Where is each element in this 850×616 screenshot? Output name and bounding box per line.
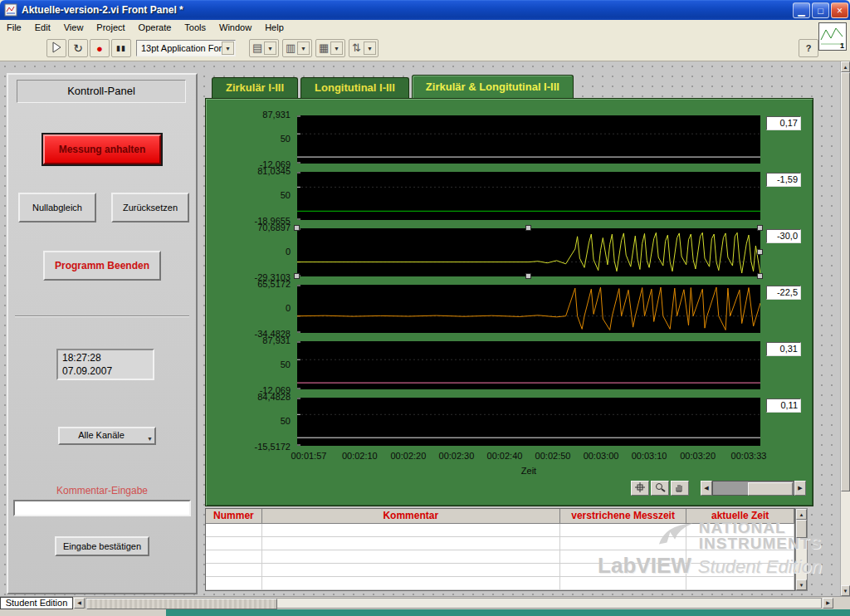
menu-item-edit[interactable]: Edit (28, 20, 57, 37)
menu-item-operate[interactable]: Operate (132, 20, 178, 37)
comment-table: NummerKommentarverstrichene Messzeitaktu… (205, 508, 795, 591)
table-row[interactable] (206, 537, 794, 550)
zoom-tool-button[interactable] (651, 481, 669, 496)
abort-button[interactable]: ● (90, 39, 110, 57)
labview-window: Aktuelle-version-2.vi Front Panel * ▁ □ … (0, 0, 850, 616)
waveform-plot[interactable] (297, 398, 760, 446)
table-cell[interactable] (262, 550, 560, 564)
exit-program-button[interactable]: Programm Beenden (43, 251, 161, 281)
scroll-up-button[interactable]: ▲ (841, 61, 850, 72)
graph-scrollbar: ◀ ▶ (701, 481, 806, 496)
table-row[interactable] (206, 524, 794, 537)
resize-objects-dropdown[interactable]: ▦ ▼ (315, 39, 345, 57)
table-cell[interactable] (262, 537, 560, 550)
chart-row-3: 70,68970-29,3103-30,0 (206, 228, 813, 276)
waveform-plot[interactable] (297, 172, 760, 220)
table-row[interactable] (206, 550, 794, 564)
stop-measurement-button[interactable]: Messung anhalten (43, 134, 161, 164)
close-button[interactable]: × (831, 2, 848, 18)
table-cell[interactable] (206, 564, 262, 577)
pause-button[interactable]: ▮▮ (111, 39, 131, 57)
cursor-handle[interactable] (757, 273, 763, 279)
table-cell[interactable] (560, 577, 687, 590)
waveform-plot[interactable] (297, 341, 760, 389)
table-cell[interactable] (686, 564, 794, 577)
maximize-button[interactable]: □ (812, 2, 829, 18)
tab-2[interactable]: Longitutinal I-III (300, 77, 409, 98)
align-objects-dropdown[interactable]: ▤ ▼ (249, 39, 279, 57)
table-scrollbar-thumb[interactable] (796, 520, 807, 538)
waveform-plot[interactable] (297, 115, 760, 164)
cursor-handle[interactable] (757, 249, 763, 255)
y-tick: 81,0345 (208, 166, 291, 176)
menu-item-help[interactable]: Help (258, 20, 291, 37)
run-button[interactable] (46, 39, 66, 57)
reset-button[interactable]: Zurücksetzen (111, 193, 189, 222)
table-cell[interactable] (206, 537, 262, 550)
table-cell[interactable] (206, 524, 262, 537)
table-row[interactable] (206, 564, 794, 577)
font-selector[interactable]: 13pt Application Font ▼ (136, 40, 236, 56)
table-cell[interactable] (560, 550, 687, 564)
graph-scrollbar-track[interactable] (712, 481, 794, 496)
table-cell[interactable] (560, 524, 687, 537)
cursor-handle[interactable] (294, 273, 300, 279)
channel-selector[interactable]: Alle Kanäle ▼ (58, 427, 156, 445)
table-cell[interactable] (206, 550, 262, 564)
table-cell[interactable] (686, 537, 794, 550)
table-cell[interactable] (560, 537, 687, 550)
table-cell[interactable] (206, 577, 262, 590)
cursor-handle[interactable] (525, 225, 531, 231)
vi-icon[interactable]: 1 (818, 22, 847, 51)
run-continuous-button[interactable]: ↻ (68, 39, 88, 57)
distribute-objects-dropdown[interactable]: ▥ ▼ (282, 39, 312, 57)
cursor-handle[interactable] (525, 273, 531, 279)
minimize-button[interactable]: ▁ (793, 2, 810, 18)
reorder-icon: ⇅ (352, 42, 361, 54)
table-cell[interactable] (686, 550, 794, 564)
comment-input[interactable] (13, 500, 191, 516)
menu-item-window[interactable]: Window (212, 20, 258, 37)
cursor-tool-button[interactable] (631, 481, 649, 496)
table-cell[interactable] (686, 577, 794, 590)
cursor-handle[interactable] (294, 225, 300, 231)
pan-tool-button[interactable] (671, 481, 689, 496)
table-cell[interactable] (560, 564, 687, 577)
toolbar: ↻ ● ▮▮ 13pt Application Font ▼ ▤ ▼ ▥ ▼ ▦… (0, 37, 850, 61)
zero-adjust-button[interactable]: Nullabgleich (18, 193, 96, 222)
waveform-plot[interactable] (297, 285, 760, 333)
x-tick: 00:03:33 (731, 451, 767, 461)
table-cell[interactable] (262, 564, 560, 577)
menu-bar: FileEditViewProjectOperateToolsWindowHel… (0, 20, 850, 37)
edition-tab[interactable]: Student Edition (0, 597, 73, 609)
menu-item-view[interactable]: View (57, 20, 90, 37)
cursor-handle[interactable] (757, 225, 763, 231)
table-cell[interactable] (686, 524, 794, 537)
table-row[interactable] (206, 577, 794, 590)
waveform-plot[interactable] (297, 228, 760, 276)
help-button[interactable]: ? (799, 39, 818, 57)
scroll-left-button[interactable]: ◀ (701, 481, 712, 496)
control-panel: Kontroll-Panel Messung anhalten Nullabgl… (7, 73, 198, 594)
menu-item-project[interactable]: Project (90, 20, 131, 37)
horizontal-scrollbar-thumb[interactable] (86, 599, 277, 609)
chart-row-1: 87,93150-12,0690,17 (206, 115, 813, 164)
vertical-scrollbar-thumb[interactable] (841, 72, 850, 491)
tab-3[interactable]: Zirkulär & Longitutinal I-III (412, 75, 574, 98)
scroll-up-button[interactable]: ▲ (796, 509, 807, 520)
reorder-dropdown[interactable]: ⇅ ▼ (349, 39, 379, 57)
scroll-right-button[interactable]: ▶ (823, 598, 833, 609)
tab-1[interactable]: Zirkulär I-III (212, 77, 298, 98)
confirm-entry-button[interactable]: Eingabe bestätigen (55, 536, 149, 556)
table-cell[interactable] (262, 524, 560, 537)
table-cell[interactable] (262, 577, 560, 590)
scroll-down-button[interactable]: ▼ (841, 585, 850, 596)
title-bar[interactable]: Aktuelle-version-2.vi Front Panel * ▁ □ … (0, 0, 850, 20)
scroll-down-button[interactable]: ▼ (796, 579, 807, 590)
graph-scrollbar-thumb[interactable] (748, 482, 793, 496)
horizontal-scrollbar-track[interactable] (85, 598, 822, 609)
scroll-right-button[interactable]: ▶ (794, 481, 806, 496)
menu-item-tools[interactable]: Tools (178, 20, 212, 37)
scroll-left-button[interactable]: ◀ (74, 598, 85, 609)
menu-item-file[interactable]: File (0, 20, 28, 37)
